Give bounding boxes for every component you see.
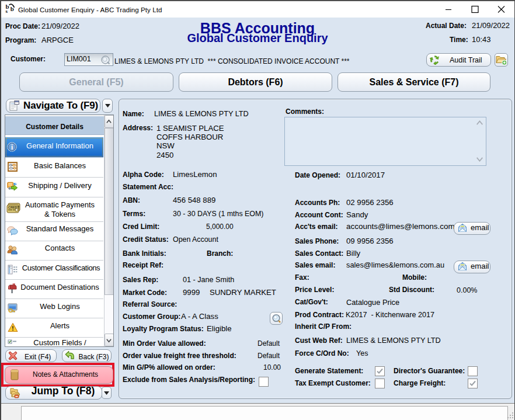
svg-text:b: b [11, 5, 14, 12]
svg-text:CREDT: CREDT [8, 206, 20, 209]
svg-text:s: s [5, 8, 8, 14]
